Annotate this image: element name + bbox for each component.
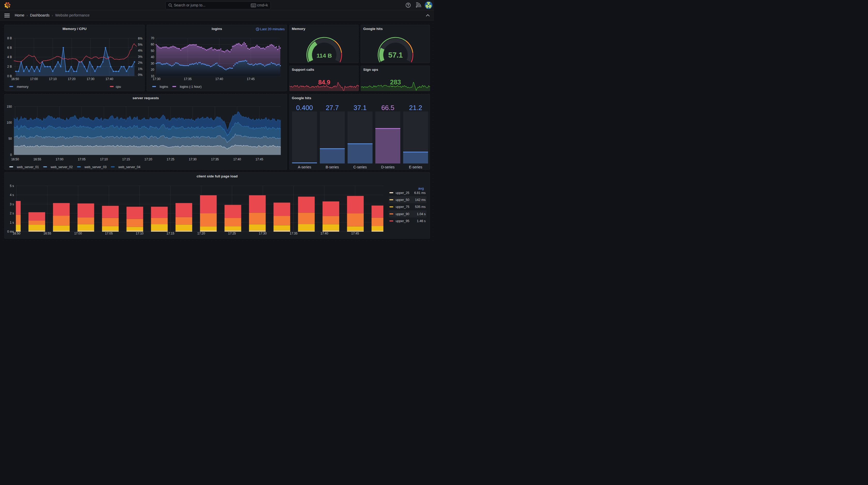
svg-text:50: 50 [8,137,12,140]
svg-text:16:50: 16:50 [13,232,21,235]
svg-text:upper_90: upper_90 [396,212,409,216]
svg-text:3%: 3% [138,55,143,59]
svg-text:4%: 4% [138,49,143,53]
svg-text:17:30: 17:30 [153,77,160,81]
svg-text:20: 20 [151,68,154,71]
svg-text:16:50: 16:50 [11,158,19,161]
svg-text:17:00: 17:00 [74,232,82,235]
svg-text:17:35: 17:35 [184,77,192,81]
svg-text:web_server_02: web_server_02 [51,165,73,169]
svg-text:6%: 6% [138,37,143,40]
svg-text:17:10: 17:10 [49,77,57,81]
svg-text:16:55: 16:55 [43,232,51,235]
svg-text:logins: logins [160,85,168,89]
svg-text:avg: avg [418,187,424,190]
svg-text:0: 0 [10,153,12,157]
svg-text:4 s: 4 s [10,193,14,197]
svg-text:5%: 5% [138,43,143,46]
svg-text:17:45: 17:45 [351,232,359,235]
svg-text:B-series: B-series [326,165,339,169]
svg-text:30: 30 [151,62,154,65]
svg-text:memory: memory [17,85,29,89]
svg-text:17:10: 17:10 [100,158,108,161]
svg-text:37.1: 37.1 [353,104,367,111]
svg-text:logins (-1 hour): logins (-1 hour) [180,85,202,89]
svg-text:17:05: 17:05 [105,232,113,235]
svg-text:8 B: 8 B [7,36,12,40]
svg-text:17:05: 17:05 [78,158,86,161]
svg-text:4 B: 4 B [7,55,12,59]
svg-text:535 ms: 535 ms [415,205,426,209]
svg-text:0.400: 0.400 [296,104,313,111]
svg-text:D-series: D-series [381,165,395,169]
svg-text:C-series: C-series [353,165,367,169]
svg-text:142 ms: 142 ms [415,198,426,202]
svg-text:57.1: 57.1 [388,51,403,59]
svg-text:66.5: 66.5 [381,104,394,111]
svg-text:17:25: 17:25 [228,232,236,235]
svg-text:17:40: 17:40 [215,77,223,81]
svg-text:27.7: 27.7 [326,104,339,111]
svg-text:0%: 0% [138,73,143,77]
svg-text:17:20: 17:20 [145,158,152,161]
svg-text:web_server_04: web_server_04 [118,165,141,169]
svg-text:17:00: 17:00 [30,77,38,81]
svg-text:6.81 ms: 6.81 ms [414,191,426,195]
svg-text:1%: 1% [138,67,143,71]
svg-text:17:35: 17:35 [289,232,297,235]
svg-text:17:20: 17:20 [68,77,75,81]
svg-text:16:55: 16:55 [33,158,41,161]
svg-text:2 B: 2 B [7,65,12,68]
svg-text:web_server_03: web_server_03 [84,165,107,169]
svg-text:150: 150 [7,105,12,108]
svg-text:17:30: 17:30 [259,232,267,235]
svg-text:upper_50: upper_50 [396,198,409,202]
svg-text:17:30: 17:30 [189,158,196,161]
svg-text:17:45: 17:45 [247,77,255,81]
svg-text:114 B: 114 B [316,52,332,59]
svg-text:1 s: 1 s [10,221,14,224]
svg-text:17:30: 17:30 [87,77,94,81]
svg-text:A-series: A-series [298,165,311,169]
svg-text:17:10: 17:10 [135,232,144,235]
svg-text:5 s: 5 s [10,184,14,188]
svg-text:1.46 s: 1.46 s [417,219,426,223]
svg-text:17:00: 17:00 [56,158,63,161]
svg-text:17:35: 17:35 [211,158,219,161]
svg-text:17:25: 17:25 [167,158,175,161]
svg-text:17:40: 17:40 [233,158,241,161]
svg-text:upper_95: upper_95 [396,219,409,223]
svg-text:17:45: 17:45 [255,158,263,161]
svg-text:17:15: 17:15 [122,158,130,161]
svg-text:70: 70 [151,36,154,40]
svg-text:2%: 2% [138,61,143,65]
svg-text:cpu: cpu [116,85,121,89]
svg-text:upper_75: upper_75 [396,205,409,209]
svg-text:E-series: E-series [409,165,422,169]
svg-text:16:50: 16:50 [11,77,19,81]
svg-text:6 B: 6 B [7,46,12,50]
svg-text:17:15: 17:15 [167,232,175,235]
svg-text:17:20: 17:20 [197,232,205,235]
svg-text:21.2: 21.2 [409,104,422,111]
svg-text:84.9: 84.9 [318,79,330,86]
svg-text:17:40: 17:40 [105,77,113,81]
svg-text:1.04 s: 1.04 s [417,212,426,216]
svg-text:100: 100 [7,121,12,125]
svg-text:3 s: 3 s [10,202,14,206]
svg-text:web_server_01: web_server_01 [17,165,39,169]
svg-text:60: 60 [151,43,154,46]
svg-text:50: 50 [151,49,154,53]
svg-text:2 s: 2 s [10,212,14,215]
svg-text:17:40: 17:40 [320,232,328,235]
svg-text:40: 40 [151,55,154,59]
svg-text:upper_25: upper_25 [396,191,409,195]
svg-text:283: 283 [390,78,401,86]
